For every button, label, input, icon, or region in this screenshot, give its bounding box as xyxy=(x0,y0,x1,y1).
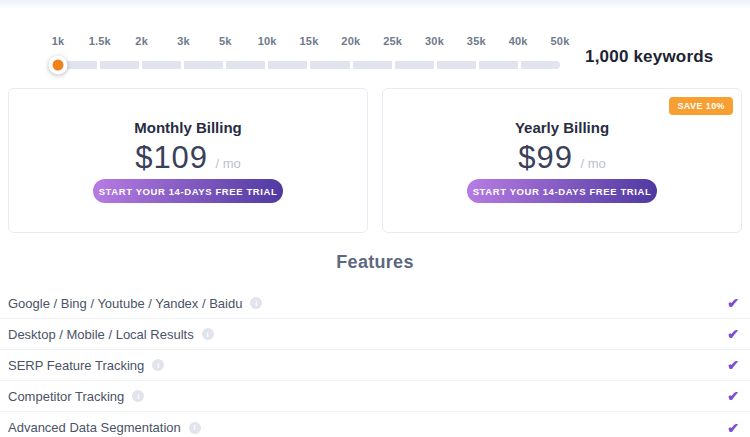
tick-label: 2k xyxy=(135,35,148,47)
save-percent-badge: SAVE 10% xyxy=(669,97,733,115)
feature-row: Desktop / Mobile / Local Results i ✔ xyxy=(0,319,750,350)
yearly-card-title: Yearly Billing xyxy=(383,119,741,136)
feature-row: Advanced Data Segmentation i ✔ xyxy=(0,412,750,437)
info-icon[interactable]: i xyxy=(189,422,201,434)
monthly-price-row: $109 / mo xyxy=(9,140,367,176)
yearly-price: $99 xyxy=(518,140,573,175)
feature-label: Advanced Data Segmentation xyxy=(8,420,181,435)
info-icon[interactable]: i xyxy=(132,390,144,402)
info-icon[interactable]: i xyxy=(250,297,262,309)
monthly-billing-card: Monthly Billing $109 / mo START YOUR 14-… xyxy=(8,88,368,233)
feature-row: Google / Bing / Youtube / Yandex / Baidu… xyxy=(0,288,750,319)
check-icon: ✔ xyxy=(727,420,739,436)
info-icon[interactable]: i xyxy=(202,328,214,340)
info-icon[interactable]: i xyxy=(152,359,164,371)
yearly-price-period: / mo xyxy=(580,156,605,171)
feature-list: Google / Bing / Youtube / Yandex / Baidu… xyxy=(0,288,750,437)
tick-label: 30k xyxy=(425,35,444,47)
monthly-price-period: / mo xyxy=(216,156,241,171)
tick-label: 1.5k xyxy=(89,35,111,47)
feature-label: Google / Bing / Youtube / Yandex / Baidu xyxy=(8,296,242,311)
feature-row: Competitor Tracking i ✔ xyxy=(0,381,750,412)
tick-label: 3k xyxy=(177,35,190,47)
keyword-slider-section: 1k 1.5k 2k 3k 5k 10k 15k 20k 25k 30k 35k… xyxy=(0,9,750,81)
feature-label: Desktop / Mobile / Local Results xyxy=(8,327,194,342)
tick-label: 20k xyxy=(341,35,360,47)
tick-label: 1k xyxy=(52,35,65,47)
yearly-trial-button[interactable]: START YOUR 14-DAYS FREE TRIAL xyxy=(467,179,657,203)
tick-label: 5k xyxy=(219,35,232,47)
keyword-slider-track[interactable] xyxy=(58,61,560,69)
features-heading: Features xyxy=(0,252,750,273)
slider-tick-labels: 1k 1.5k 2k 3k 5k 10k 15k 20k 25k 30k 35k… xyxy=(58,35,560,49)
check-icon: ✔ xyxy=(727,295,739,311)
feature-label: Competitor Tracking xyxy=(8,389,124,404)
tick-label: 35k xyxy=(467,35,486,47)
check-icon: ✔ xyxy=(727,326,739,342)
feature-label: SERP Feature Tracking xyxy=(8,358,144,373)
monthly-card-title: Monthly Billing xyxy=(9,119,367,136)
keyword-slider-handle[interactable] xyxy=(49,56,68,75)
tick-label: 15k xyxy=(300,35,319,47)
slider-handle-dot xyxy=(53,60,64,71)
check-icon: ✔ xyxy=(727,357,739,373)
tick-label: 40k xyxy=(509,35,528,47)
yearly-billing-card: SAVE 10% Yearly Billing $99 / mo Save $1… xyxy=(382,88,742,233)
feature-row: SERP Feature Tracking i ✔ xyxy=(0,350,750,381)
pricing-cards: Monthly Billing $109 / mo START YOUR 14-… xyxy=(0,88,750,233)
monthly-price: $109 xyxy=(135,140,208,175)
yearly-price-row: $99 / mo xyxy=(383,140,741,176)
check-icon: ✔ xyxy=(727,388,739,404)
top-divider xyxy=(0,0,750,9)
monthly-trial-button[interactable]: START YOUR 14-DAYS FREE TRIAL xyxy=(93,179,283,203)
selected-keywords-label: 1,000 keywords xyxy=(585,47,714,67)
tick-label: 10k xyxy=(258,35,277,47)
tick-label: 25k xyxy=(383,35,402,47)
tick-label: 50k xyxy=(551,35,570,47)
